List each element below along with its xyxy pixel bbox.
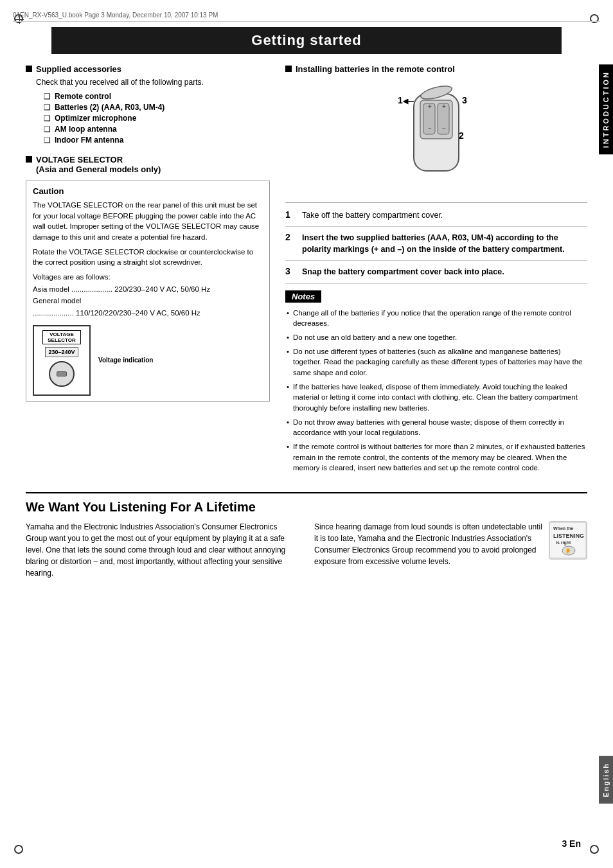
- caution-para-1: The VOLTAGE SELECTOR on the rear panel o…: [33, 200, 263, 243]
- caution-para-5: General model: [33, 296, 263, 306]
- list-item: AM loop antenna: [44, 125, 270, 134]
- right-column: Installing batteries in the remote contr…: [285, 64, 587, 477]
- bottom-right: Since hearing damage from loud sounds is…: [314, 521, 587, 579]
- battery-header: Installing batteries in the remote contr…: [285, 64, 587, 74]
- voltage-selector-subtitle: (Asia and General models only): [36, 164, 161, 174]
- bottom-left: Yamaha and the Electronic Industries Ass…: [26, 521, 299, 579]
- page-number: 3 En: [562, 838, 581, 849]
- listening-logo: When the LISTENING is right 👂: [549, 521, 587, 560]
- list-item: Do not throw away batteries with general…: [285, 417, 587, 438]
- voltage-selector-label: VOLTAGE SELECTOR: [42, 330, 81, 344]
- section-bullet-3: [285, 66, 292, 72]
- bottom-section: We Want You Listening For A Lifetime Yam…: [26, 492, 587, 579]
- battery-illustration: + + − − 1 3 2: [372, 78, 501, 193]
- svg-text:is right: is right: [556, 540, 571, 545]
- step-text-3: Snap the battery compartment cover back …: [302, 266, 504, 278]
- step-2: 2 Insert the two supplied batteries (AAA…: [285, 232, 587, 261]
- voltage-indication-label: Voltage indication: [98, 357, 153, 364]
- step-num-1: 1: [285, 209, 296, 221]
- list-item: If the remote control is without batteri…: [285, 441, 587, 474]
- voltage-selector-box: VOLTAGE SELECTOR 230–240V: [33, 325, 91, 396]
- list-item: Change all of the batteries if you notic…: [285, 308, 587, 329]
- notes-list: Change all of the batteries if you notic…: [285, 308, 587, 474]
- voltage-selector-title: VOLTAGE SELECTOR: [36, 155, 123, 164]
- svg-text:−: −: [442, 125, 446, 132]
- section-bullet-2: [26, 156, 32, 163]
- bottom-columns: Yamaha and the Electronic Industries Ass…: [26, 521, 587, 579]
- svg-text:LISTENING: LISTENING: [553, 533, 584, 539]
- svg-text:2: 2: [459, 130, 464, 141]
- list-item: If the batteries have leaked, dispose of…: [285, 382, 587, 414]
- svg-text:When the: When the: [553, 526, 574, 531]
- page-metadata: 01EN_RX-V563_U.book Page 3 Monday, Decem…: [13, 12, 600, 22]
- step-text-1: Take off the battery compartment cover.: [302, 209, 443, 221]
- caution-box: Caution The VOLTAGE SELECTOR on the rear…: [26, 181, 270, 402]
- main-content: Supplied accessories Check that you rece…: [26, 64, 587, 477]
- supplied-accessories-header: Supplied accessories: [26, 64, 270, 74]
- svg-text:1: 1: [398, 95, 403, 105]
- list-item: Indoor FM antenna: [44, 136, 270, 145]
- caution-para-4: Asia model .................... 220/230–…: [33, 284, 263, 295]
- list-item: Do not use different types of batteries …: [285, 346, 587, 378]
- bottom-right-text: Since hearing damage from loud sounds is…: [314, 521, 542, 567]
- caution-para-6: .................... 110/120/220/230–240…: [33, 308, 263, 319]
- step-num-2: 2: [285, 232, 296, 255]
- voltage-value: 230–240V: [45, 347, 78, 357]
- step-3: 3 Snap the battery compartment cover bac…: [285, 266, 587, 283]
- caution-title: Caution: [33, 186, 263, 196]
- divider-top: [285, 202, 587, 203]
- step-num-3: 3: [285, 266, 296, 278]
- step-1: 1 Take off the battery compartment cover…: [285, 209, 587, 227]
- voltage-selector-header: VOLTAGE SELECTOR (Asia and General model…: [26, 155, 270, 174]
- svg-text:−: −: [428, 125, 432, 132]
- list-item: Batteries (2) (AAA, R03, UM-4): [44, 103, 270, 112]
- left-column: Supplied accessories Check that you rece…: [26, 64, 270, 477]
- bottom-left-text: Yamaha and the Electronic Industries Ass…: [26, 521, 299, 579]
- svg-text:3: 3: [462, 95, 467, 105]
- svg-text:+: +: [428, 103, 432, 110]
- list-item: Do not use an old battery and a new one …: [285, 332, 587, 343]
- accessories-intro-text: Check that you received all of the follo…: [36, 78, 270, 87]
- remote-control-svg: + + − − 1 3 2: [378, 81, 494, 190]
- page-title: Getting started: [51, 27, 562, 54]
- supplied-accessories-title: Supplied accessories: [36, 64, 121, 74]
- bottom-title: We Want You Listening For A Lifetime: [26, 500, 587, 515]
- step-text-2: Insert the two supplied batteries (AAA, …: [302, 232, 587, 255]
- voltage-diagram: VOLTAGE SELECTOR 230–240V Voltage indica…: [33, 325, 263, 396]
- svg-text:👂: 👂: [565, 547, 571, 554]
- caution-para-3: Voltages are as follows:: [33, 272, 263, 283]
- voltage-knob: [49, 361, 75, 387]
- section-bullet: [26, 66, 32, 72]
- battery-title: Installing batteries in the remote contr…: [296, 64, 455, 74]
- notes-header: Notes: [285, 290, 321, 303]
- list-item: Remote control: [44, 92, 270, 101]
- accessories-list: Remote control Batteries (2) (AAA, R03, …: [44, 92, 270, 145]
- svg-text:+: +: [442, 103, 446, 110]
- caution-para-2: Rotate the VOLTAGE SELECTOR clockwise or…: [33, 247, 263, 268]
- list-item: Optimizer microphone: [44, 114, 270, 123]
